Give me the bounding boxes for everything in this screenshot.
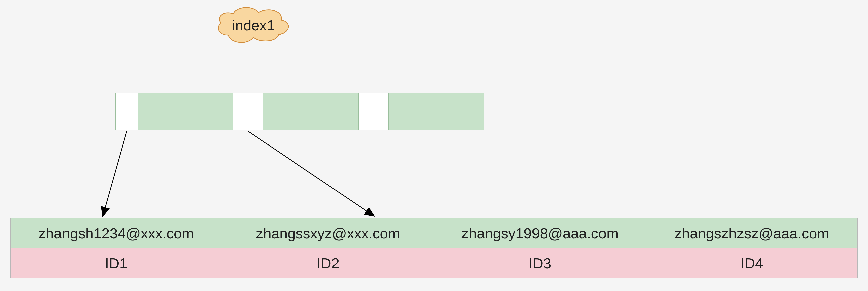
- email-row: zhangsh1234@xxx.com zhangssxyz@xxx.com z…: [10, 218, 858, 248]
- index-slot-pointer: [234, 93, 264, 130]
- id-cell: ID4: [646, 248, 858, 278]
- pointer-arrow-icon: [248, 132, 374, 216]
- index-blocks-row: [116, 93, 484, 130]
- index-slot-data: [389, 93, 484, 130]
- email-cell: zhangszhzsz@aaa.com: [646, 218, 858, 248]
- email-cell: zhangsh1234@xxx.com: [10, 218, 222, 248]
- index-slot-data: [264, 93, 359, 130]
- email-cell: zhangsy1998@aaa.com: [434, 218, 646, 248]
- index-cloud: index1: [213, 5, 293, 45]
- records-table: zhangsh1234@xxx.com zhangssxyz@xxx.com z…: [10, 218, 858, 279]
- pointer-arrow-icon: [103, 132, 127, 216]
- id-cell: ID3: [434, 248, 646, 278]
- id-row: ID1 ID2 ID3 ID4: [10, 248, 858, 278]
- index-slot-pointer: [116, 93, 138, 130]
- email-cell: zhangssxyz@xxx.com: [222, 218, 434, 248]
- id-cell: ID1: [10, 248, 222, 278]
- id-cell: ID2: [222, 248, 434, 278]
- index-slot-data: [138, 93, 234, 130]
- index-cloud-label: index1: [213, 5, 293, 45]
- index-slot-pointer: [359, 93, 389, 130]
